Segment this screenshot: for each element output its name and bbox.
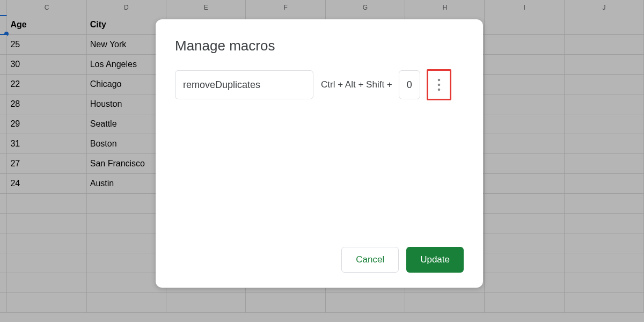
cancel-button[interactable]: Cancel [341,247,399,273]
shortcut-key-input[interactable]: 0 [399,70,420,99]
tutorial-highlight [427,69,451,100]
svg-point-0 [437,79,440,82]
update-button[interactable]: Update [406,247,464,273]
manage-macros-dialog: Manage macros removeDuplicates Ctrl + Al… [156,19,483,288]
dialog-footer: Cancel Update [175,240,464,273]
svg-point-2 [437,89,440,91]
macro-more-options-button[interactable] [428,71,450,99]
macro-row: removeDuplicates Ctrl + Alt + Shift + 0 [175,69,464,100]
more-vertical-icon [437,78,441,92]
shortcut-prefix-label: Ctrl + Alt + Shift + [321,79,392,90]
dialog-title: Manage macros [175,38,464,54]
macro-name-input[interactable]: removeDuplicates [175,70,313,99]
svg-point-1 [437,84,440,86]
